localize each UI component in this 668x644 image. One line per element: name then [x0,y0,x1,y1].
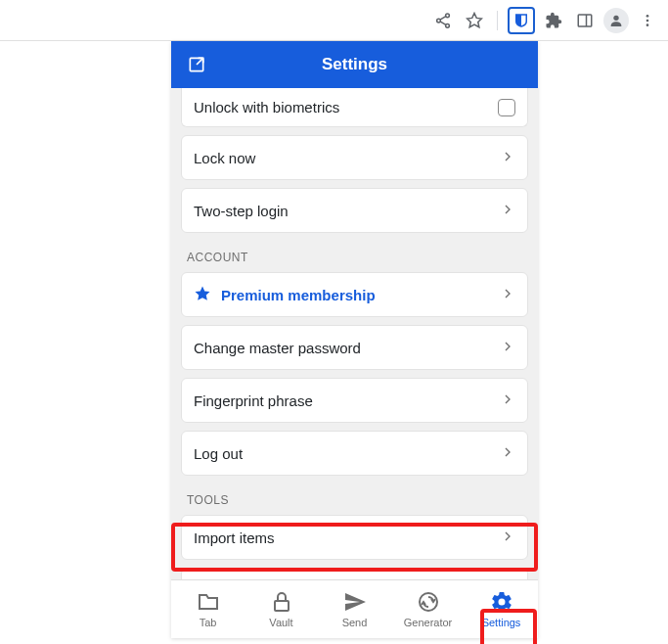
browser-toolbar [0,0,668,41]
svg-marker-14 [196,286,210,299]
row-change-master-password[interactable]: Change master password [181,325,528,370]
popout-icon[interactable] [185,53,208,76]
section-tools: TOOLS [181,476,528,515]
svg-rect-6 [578,15,592,26]
svg-point-16 [420,593,437,611]
svg-marker-5 [468,13,482,26]
nav-label: Vault [269,617,292,628]
nav-tab[interactable]: Tab [171,580,245,638]
chevron-right-icon [500,286,515,304]
bitwarden-extension-icon[interactable] [508,7,535,34]
row-lock-now[interactable]: Lock now [181,135,528,180]
side-panel-icon[interactable] [572,8,598,33]
row-label: Unlock with biometrics [194,99,339,115]
checkbox-icon[interactable] [498,99,515,116]
lock-icon [270,590,293,614]
row-label: Change master password [194,340,361,356]
chevron-right-icon [500,529,515,547]
nav-label: Send [342,617,368,628]
star-icon [194,285,211,305]
svg-rect-15 [275,601,289,611]
svg-point-11 [646,23,649,26]
chevron-right-icon [500,339,515,357]
chevron-right-icon [500,149,515,167]
row-export-vault[interactable]: Export vault [181,568,528,579]
page-title: Settings [171,55,538,74]
svg-line-4 [440,21,446,23]
separator [497,11,498,30]
nav-send[interactable]: Send [318,580,391,638]
row-two-step-login[interactable]: Two-step login [181,188,528,233]
popup-header: Settings [171,41,538,88]
chrome-menu-icon[interactable] [635,8,660,33]
share-icon[interactable] [430,8,456,33]
chevron-right-icon [500,391,515,410]
sync-icon [417,590,440,614]
svg-point-0 [446,13,450,17]
svg-line-3 [440,16,446,19]
popup-body: Unlock with biometrics Lock now Two-step… [171,88,538,579]
gear-icon [490,590,513,614]
nav-label: Generator [404,617,453,628]
row-label: Import items [194,529,275,546]
row-log-out[interactable]: Log out [181,431,528,476]
nav-generator[interactable]: Generator [391,580,465,638]
row-label: Log out [194,445,243,462]
row-fingerprint-phrase[interactable]: Fingerprint phrase [181,378,528,423]
folder-icon [197,590,220,614]
nav-vault[interactable]: Vault [245,580,318,638]
row-premium-membership[interactable]: Premium membership [181,272,528,317]
row-label: Lock now [194,150,255,166]
row-import-items[interactable]: Import items [181,515,528,560]
bookmark-star-icon[interactable] [462,8,487,33]
svg-point-8 [613,15,618,20]
paper-plane-icon [343,590,367,614]
svg-point-2 [446,23,450,27]
section-account: ACCOUNT [181,233,528,272]
nav-settings[interactable]: Settings [465,580,538,638]
bottom-nav: Tab Vault Send Generator Settings [171,579,538,638]
svg-point-9 [646,15,649,18]
svg-line-13 [197,58,203,65]
row-label: Premium membership [221,287,376,303]
row-label: Two-step login [194,203,289,219]
extension-popup: Settings Unlock with biometrics Lock now… [171,41,538,638]
extensions-puzzle-icon[interactable] [541,8,566,33]
chevron-right-icon [500,444,515,463]
profile-avatar-icon[interactable] [603,8,629,33]
svg-point-10 [646,19,649,22]
chevron-right-icon [500,202,515,220]
nav-label: Settings [482,617,521,628]
nav-label: Tab [200,617,217,628]
row-unlock-biometrics[interactable]: Unlock with biometrics [181,88,528,127]
row-label: Fingerprint phrase [194,392,313,409]
